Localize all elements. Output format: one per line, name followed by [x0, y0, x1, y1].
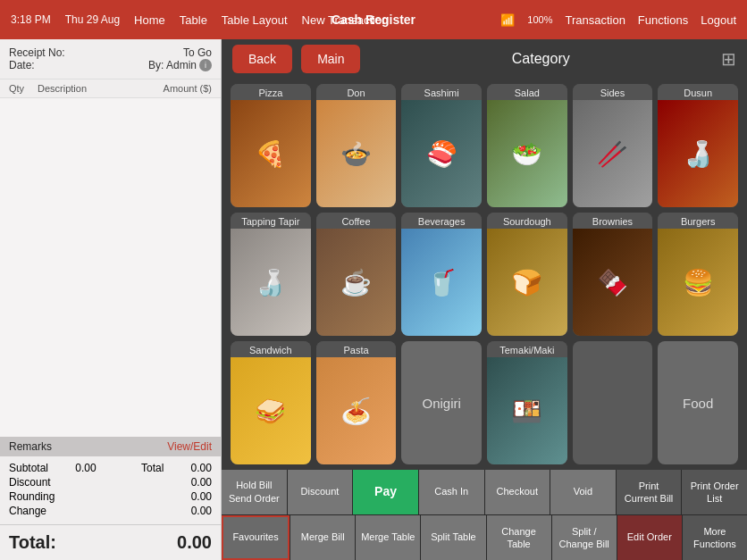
cat-sourdough-label: Sourdough [487, 213, 567, 229]
cat-dusun-img: 🍶 [658, 100, 738, 207]
cat-tapping-tapir[interactable]: Tapping Tapir 🍶 [231, 213, 311, 336]
receipt-info: Receipt No: To Go Date: By: Admin i [0, 39, 221, 79]
category-grid: Pizza 🍕 Don 🍲 Sashimi 🍣 Salad 🥗 Sides [222, 79, 747, 470]
col-qty: Qty [9, 83, 34, 94]
cat-sashimi-label: Sashimi [401, 84, 482, 100]
cat-food-text: Food [683, 396, 713, 411]
cat-onigiri[interactable]: Onigiri [401, 341, 482, 464]
remarks-label: Remarks [9, 440, 52, 453]
main-button[interactable]: Main [301, 45, 360, 73]
date-display: Thu 29 Aug [65, 13, 120, 26]
cat-coffee-img: ☕ [316, 229, 397, 336]
cat-pizza[interactable]: Pizza 🍕 [231, 84, 311, 207]
wifi-icon: 📶 [500, 13, 515, 27]
void-button[interactable]: Void [550, 470, 616, 514]
favourites-button[interactable]: Favourites [222, 515, 290, 560]
cat-salad-label: Salad [487, 84, 567, 100]
change-row: Change 0.00 [9, 505, 212, 517]
category-icon[interactable]: ⊞ [721, 48, 736, 70]
cat-don-label: Don [316, 84, 397, 100]
receipt-items [0, 98, 221, 437]
back-button[interactable]: Back [232, 45, 292, 73]
category-header: Back Main Category ⊞ [222, 39, 747, 79]
discount-value: 0.00 [191, 476, 212, 489]
more-functions-button[interactable]: More Functions [683, 515, 747, 560]
cat-pasta-img: 🍝 [316, 357, 397, 464]
cat-sides-img: 🥢 [573, 100, 653, 207]
category-title: Category [369, 51, 712, 67]
cat-sashimi-img: 🍣 [401, 100, 482, 207]
checkout-button[interactable]: Checkout [485, 470, 550, 514]
date-label: Date: [9, 59, 35, 71]
top-nav-right: 📶 100% Transaction Functions Logout [500, 13, 736, 27]
change-value: 0.00 [191, 505, 212, 517]
change-table-button[interactable]: Change Table [487, 515, 551, 560]
view-edit-label[interactable]: View/Edit [167, 440, 212, 453]
merge-table-button[interactable]: Merge Table [356, 515, 420, 560]
cat-burgers[interactable]: Burgers 🍔 [658, 213, 738, 336]
nav-logout[interactable]: Logout [701, 13, 736, 27]
cat-burgers-img: 🍔 [658, 229, 738, 336]
time-display: 3:18 PM [11, 13, 51, 26]
nav-table[interactable]: Table [180, 13, 207, 27]
cat-sashimi[interactable]: Sashimi 🍣 [401, 84, 482, 207]
cat-temaki-maki[interactable]: Temaki/Maki 🍱 [487, 341, 567, 464]
total-label-inline: Total [141, 462, 164, 474]
nav-table-layout[interactable]: Table Layout [222, 13, 288, 27]
rounding-row: Rounding 0.00 [9, 490, 212, 503]
edit-order-button[interactable]: Edit Order [617, 515, 682, 560]
cat-don[interactable]: Don 🍲 [316, 84, 397, 207]
split-change-bill-button[interactable]: Split / Change Bill [552, 515, 617, 560]
action-row-2: Favourites Merge Bill Merge Table Split … [222, 515, 747, 560]
print-order-list-button[interactable]: Print Order List [682, 470, 747, 514]
cat-brownies-img: 🍫 [573, 229, 653, 336]
discount-label: Discount [9, 476, 51, 489]
print-current-bill-button[interactable]: Print Current Bill [617, 470, 682, 514]
cat-brownies[interactable]: Brownies 🍫 [573, 213, 653, 336]
cash-in-button[interactable]: Cash In [419, 470, 484, 514]
merge-bill-button[interactable]: Merge Bill [290, 515, 355, 560]
discount-button[interactable]: Discount [288, 470, 353, 514]
discount-row: Discount 0.00 [9, 476, 212, 489]
cat-brownies-label: Brownies [573, 213, 653, 229]
subtotal-value: 0.00 [75, 462, 96, 474]
split-table-button[interactable]: Split Table [421, 515, 485, 560]
receipt-columns: Qty Description Amount ($) [0, 79, 221, 98]
battery-level: 100% [527, 14, 552, 25]
cat-salad-img: 🥗 [487, 100, 567, 207]
nav-functions[interactable]: Functions [638, 13, 688, 27]
cat-sourdough-img: 🍞 [487, 229, 567, 336]
by-admin-label: By: Admin i [148, 59, 212, 71]
pay-button[interactable]: Pay [353, 470, 418, 514]
nav-home[interactable]: Home [134, 13, 165, 27]
cat-food[interactable]: Food [658, 341, 738, 464]
cat-sourdough[interactable]: Sourdough 🍞 [487, 213, 567, 336]
cat-dusun[interactable]: Dusun 🍶 [658, 84, 738, 207]
cat-sides[interactable]: Sides 🥢 [573, 84, 653, 207]
cat-sandwich[interactable]: Sandwich 🥪 [231, 341, 311, 464]
rounding-value: 0.00 [191, 490, 212, 503]
cat-temaki-maki-img: 🍱 [487, 357, 567, 464]
cat-temaki-maki-label: Temaki/Maki [487, 341, 567, 357]
cat-sandwich-img: 🥪 [231, 357, 311, 464]
cat-beverages-img: 🥤 [401, 229, 482, 336]
left-panel: Receipt No: To Go Date: By: Admin i Qty … [0, 39, 222, 560]
col-desc: Description [38, 83, 160, 94]
info-icon: i [199, 59, 212, 71]
cat-empty [573, 341, 653, 464]
total-value-inline: 0.00 [191, 462, 212, 474]
subtotal-label: Subtotal [9, 462, 48, 474]
action-bar: Hold Bill Send Order Discount Pay Cash I… [222, 470, 747, 560]
cat-don-img: 🍲 [316, 100, 397, 207]
nav-transaction[interactable]: Transaction [565, 13, 625, 27]
change-label: Change [9, 505, 46, 517]
grand-total-label: Total: [9, 532, 56, 553]
cat-coffee[interactable]: Coffee ☕ [316, 213, 397, 336]
col-amount: Amount ($) [164, 83, 212, 94]
cat-salad[interactable]: Salad 🥗 [487, 84, 567, 207]
subtotal-row: Subtotal 0.00 Total 0.00 [9, 462, 212, 474]
cat-pasta[interactable]: Pasta 🍝 [316, 341, 397, 464]
cat-beverages[interactable]: Beverages 🥤 [401, 213, 482, 336]
cat-tapping-tapir-label: Tapping Tapir [231, 213, 311, 229]
hold-bill-button[interactable]: Hold Bill Send Order [222, 470, 287, 514]
